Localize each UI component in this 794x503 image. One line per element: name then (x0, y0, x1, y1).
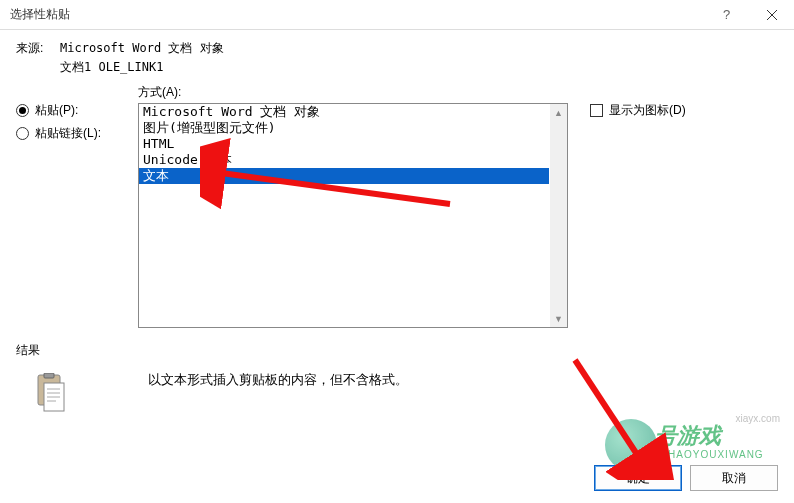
show-as-icon-label: 显示为图标(D) (609, 102, 686, 119)
radio-indicator (16, 127, 29, 140)
result-description: 以文本形式插入剪贴板的内容，但不含格式。 (148, 367, 408, 389)
checkbox-box (590, 104, 603, 117)
source-row: 来源: Microsoft Word 文档 对象 (16, 40, 778, 57)
list-item[interactable]: 图片(增强型图元文件) (139, 120, 567, 136)
list-item[interactable]: HTML (139, 136, 567, 152)
cancel-button[interactable]: 取消 (690, 465, 778, 491)
list-item[interactable]: Microsoft Word 文档 对象 (139, 104, 567, 120)
dialog-title: 选择性粘贴 (10, 6, 70, 23)
list-item[interactable]: 文本 (139, 168, 549, 184)
format-column: 方式(A): Microsoft Word 文档 对象图片(增强型图元文件)HT… (138, 84, 568, 328)
close-icon (767, 10, 777, 20)
clipboard-icon (34, 373, 68, 413)
svg-rect-3 (44, 373, 54, 378)
source-value-1: Microsoft Word 文档 对象 (60, 40, 224, 57)
dialog-content: 来源: Microsoft Word 文档 对象 文档1 OLE_LINK1 粘… (0, 30, 794, 423)
button-row: 确定 取消 (594, 465, 778, 491)
result-section: 结果 以文本形式插入剪贴板的内容，但不含格式。 (16, 342, 778, 413)
right-column: 显示为图标(D) (568, 84, 686, 119)
radio-indicator (16, 104, 29, 117)
radio-paste[interactable]: 粘贴(P): (16, 102, 138, 119)
titlebar: 选择性粘贴 ? (0, 0, 794, 30)
scroll-up-icon[interactable]: ▲ (550, 104, 567, 121)
source-value-2: 文档1 OLE_LINK1 (60, 59, 778, 76)
radio-paste-link-label: 粘贴链接(L): (35, 125, 101, 142)
scroll-down-icon[interactable]: ▼ (550, 310, 567, 327)
show-as-icon-checkbox[interactable]: 显示为图标(D) (590, 102, 686, 119)
list-item[interactable]: Unicode 文本 (139, 152, 567, 168)
watermark-logo-icon (605, 419, 657, 471)
ok-button[interactable]: 确定 (594, 465, 682, 491)
radio-paste-link[interactable]: 粘贴链接(L): (16, 125, 138, 142)
close-button[interactable] (749, 0, 794, 29)
radio-column: 粘贴(P): 粘贴链接(L): (16, 84, 138, 148)
window-controls: ? (704, 0, 794, 29)
watermark-brand: 号游戏 (655, 421, 721, 451)
radio-paste-label: 粘贴(P): (35, 102, 78, 119)
format-listbox[interactable]: Microsoft Word 文档 对象图片(增强型图元文件)HTMLUnico… (138, 103, 568, 328)
source-label: 来源: (16, 40, 60, 57)
watermark-pinyin: ZHAOYOUXIWANG (661, 449, 764, 460)
result-label: 结果 (16, 342, 778, 359)
format-label: 方式(A): (138, 84, 568, 101)
mid-row: 粘贴(P): 粘贴链接(L): 方式(A): Microsoft Word 文档… (16, 84, 778, 328)
help-button[interactable]: ? (704, 0, 749, 29)
result-row: 以文本形式插入剪贴板的内容，但不含格式。 (16, 367, 778, 413)
scrollbar[interactable]: ▲ ▼ (550, 104, 567, 327)
